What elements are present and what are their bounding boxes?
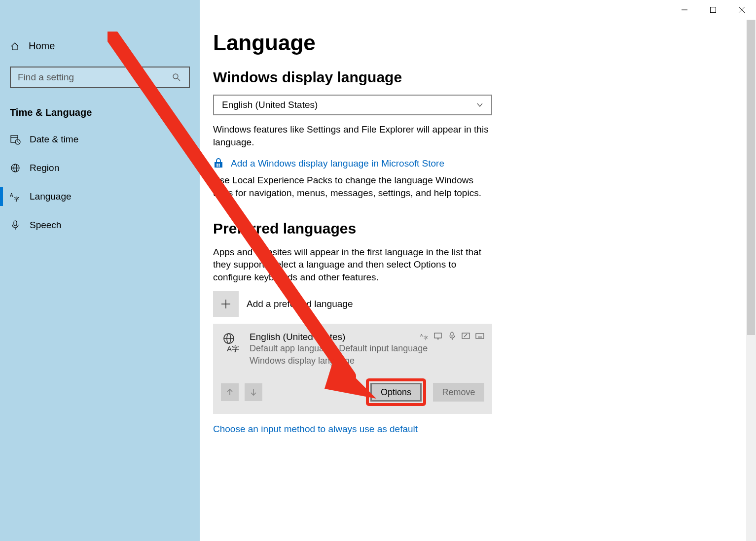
globe-icon bbox=[10, 163, 21, 173]
move-down-button[interactable] bbox=[245, 383, 262, 401]
close-icon bbox=[739, 7, 745, 13]
speech-icon bbox=[448, 332, 457, 340]
minimize-icon bbox=[682, 7, 687, 13]
preferred-languages-desc: Apps and websites will appear in the fir… bbox=[213, 246, 494, 284]
sidebar-item-label: Region bbox=[30, 163, 59, 173]
search-icon bbox=[172, 73, 182, 82]
svg-line-5 bbox=[178, 78, 180, 81]
sidebar-item-label: Date & time bbox=[30, 134, 78, 145]
maximize-button[interactable] bbox=[699, 0, 727, 20]
svg-text:A: A bbox=[10, 193, 13, 198]
svg-point-4 bbox=[173, 74, 178, 79]
store-link-label: Add a Windows display language in Micros… bbox=[231, 158, 444, 169]
move-up-button[interactable] bbox=[221, 383, 239, 401]
search-box[interactable] bbox=[10, 67, 190, 88]
sidebar-item-label: Language bbox=[30, 191, 72, 202]
sidebar-home[interactable]: Home bbox=[0, 34, 200, 58]
search-input[interactable] bbox=[18, 72, 172, 83]
language-desc-2: Windows display language bbox=[250, 355, 428, 367]
display-language-desc: Windows features like Settings and File … bbox=[213, 123, 494, 148]
svg-rect-16 bbox=[14, 221, 17, 226]
chevron-down-icon bbox=[476, 101, 483, 108]
arrow-up-icon bbox=[225, 388, 234, 397]
svg-rect-20 bbox=[216, 166, 218, 167]
add-language-label: Add a preferred language bbox=[247, 299, 353, 309]
language-icon: A字 bbox=[10, 191, 21, 202]
language-pack-icon: A字 bbox=[221, 332, 243, 367]
calendar-clock-icon bbox=[10, 134, 21, 145]
page-title: Language bbox=[213, 31, 736, 55]
handwriting-icon bbox=[462, 332, 470, 340]
microphone-icon bbox=[10, 220, 21, 231]
feature-icons: A字 bbox=[420, 332, 484, 340]
display-icon bbox=[434, 332, 443, 340]
sidebar-home-label: Home bbox=[29, 40, 55, 52]
display-language-dropdown[interactable]: English (United States) bbox=[213, 95, 492, 115]
svg-line-35 bbox=[464, 334, 467, 337]
remove-button[interactable]: Remove bbox=[433, 383, 484, 402]
svg-rect-18 bbox=[216, 164, 218, 165]
maximize-icon bbox=[710, 7, 716, 13]
ime-default-link[interactable]: Choose an input method to always use as … bbox=[213, 424, 494, 435]
sidebar-item-speech[interactable]: Speech bbox=[0, 213, 200, 237]
sidebar-item-language[interactable]: A字 Language bbox=[0, 184, 200, 209]
arrow-down-icon bbox=[249, 388, 258, 397]
svg-text:A字: A字 bbox=[227, 344, 239, 353]
svg-text:A: A bbox=[420, 333, 423, 338]
plus-icon bbox=[213, 291, 239, 317]
scrollbar[interactable] bbox=[746, 20, 756, 541]
store-link[interactable]: Add a Windows display language in Micros… bbox=[213, 158, 494, 169]
main-content: Language Windows display language Englis… bbox=[213, 31, 736, 455]
svg-rect-32 bbox=[451, 332, 453, 336]
sidebar-item-label: Speech bbox=[30, 220, 61, 231]
svg-rect-21 bbox=[218, 166, 220, 167]
preferred-languages-section: Preferred languages Apps and websites wi… bbox=[213, 220, 494, 435]
sidebar-item-region[interactable]: Region bbox=[0, 156, 200, 180]
svg-text:字: 字 bbox=[14, 196, 19, 202]
sidebar-group: Time & Language bbox=[0, 102, 200, 123]
svg-rect-36 bbox=[476, 334, 484, 338]
home-icon bbox=[10, 41, 20, 51]
svg-text:字: 字 bbox=[424, 336, 428, 340]
close-button[interactable] bbox=[727, 0, 756, 20]
preferred-languages-heading: Preferred languages bbox=[213, 220, 494, 237]
display-language-heading: Windows display language bbox=[213, 69, 494, 86]
options-highlight: Options bbox=[366, 378, 426, 406]
svg-rect-34 bbox=[462, 333, 469, 338]
display-language-section: Windows display language English (United… bbox=[213, 69, 494, 200]
language-card[interactable]: A字 English (United States) Default app l… bbox=[213, 324, 492, 414]
scrollbar-thumb[interactable] bbox=[747, 20, 755, 335]
svg-rect-1 bbox=[711, 7, 716, 13]
sidebar: Home Time & Language Date & time Region … bbox=[0, 0, 200, 541]
options-button[interactable]: Options bbox=[370, 383, 422, 402]
dropdown-value: English (United States) bbox=[222, 100, 318, 110]
window-controls bbox=[670, 0, 756, 20]
keyboard-icon bbox=[475, 332, 484, 340]
language-name: English (United States) bbox=[250, 332, 428, 342]
text-to-speech-icon: A字 bbox=[420, 332, 429, 340]
add-language-button[interactable]: Add a preferred language bbox=[213, 291, 494, 317]
lep-desc: Use Local Experience Packs to change the… bbox=[213, 174, 494, 199]
svg-rect-19 bbox=[218, 164, 220, 165]
svg-rect-30 bbox=[434, 333, 441, 338]
store-icon bbox=[213, 158, 224, 169]
minimize-button[interactable] bbox=[670, 0, 699, 20]
language-desc-1: Default app language; Default input lang… bbox=[250, 342, 428, 354]
sidebar-item-date-time[interactable]: Date & time bbox=[0, 127, 200, 152]
